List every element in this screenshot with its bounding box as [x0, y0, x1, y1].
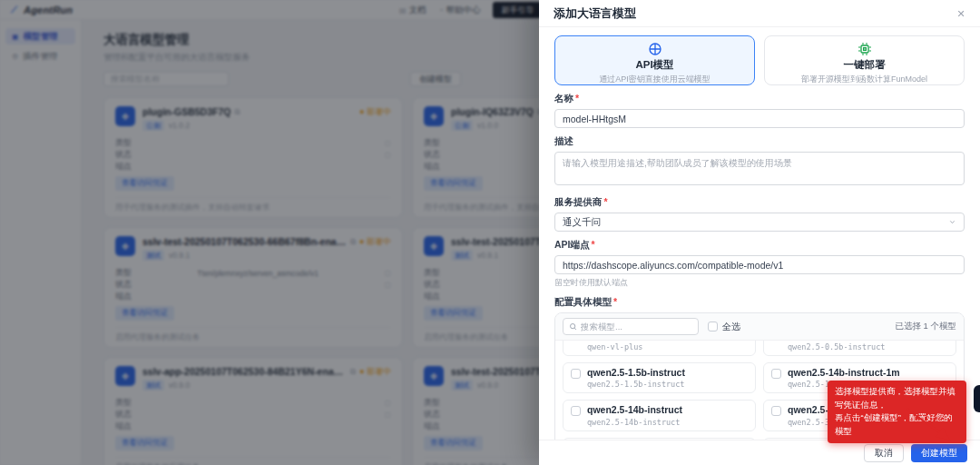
select-all-checkbox[interactable]: [708, 322, 718, 331]
type-card-api[interactable]: API模型 通过API密钥直接使用云端模型: [554, 35, 755, 85]
models-label: 配置具体模型*: [554, 296, 965, 309]
provider-select[interactable]: 通义千问: [554, 213, 965, 232]
name-input[interactable]: [554, 109, 965, 128]
drawer-body: API模型 通过API密钥直接使用云端模型 一键部署 部署开源模型到函数计算Fu…: [539, 27, 980, 440]
model-checkbox[interactable]: [571, 406, 581, 416]
model-name: qwen2.5-1.5b-instruct: [587, 367, 685, 378]
models-toolbar: 全选 已选择 1 个模型: [555, 313, 964, 341]
selected-count: 已选择 1 个模型: [895, 321, 956, 332]
type-card-title: 一键部署: [765, 58, 964, 72]
add-llm-drawer: 添加大语言模型 ✕ API模型 通过API密钥直接使用云端模型 一键部署 部: [539, 0, 980, 465]
model-list-item[interactable]: qwen-vl-plus qwen-vl-plus: [563, 341, 756, 356]
cancel-button[interactable]: 取消: [864, 444, 904, 462]
model-checkbox[interactable]: [571, 369, 581, 379]
drawer-title: 添加大语言模型: [554, 5, 636, 22]
type-card-subtitle: 部署开源模型到函数计算FunModel: [765, 74, 964, 85]
select-all[interactable]: 全选: [708, 321, 740, 333]
drawer-header: 添加大语言模型 ✕: [539, 0, 980, 27]
model-search[interactable]: [563, 318, 699, 335]
drawer-footer: 取消 创建模型: [539, 440, 980, 465]
endpoint-label: API端点*: [554, 239, 965, 252]
type-card-subtitle: 通过API密钥直接使用云端模型: [555, 74, 754, 85]
type-card-deploy[interactable]: 一键部署 部署开源模型到函数计算FunModel: [764, 35, 965, 85]
name-label: 名称*: [554, 93, 965, 105]
model-id: qwen2.5-1.5b-instruct: [587, 380, 685, 389]
model-search-input[interactable]: [581, 322, 681, 331]
required-mark: *: [575, 93, 579, 104]
model-name: qwen2.5-14b-instruct: [587, 404, 682, 415]
model-id: qwen2.5-14b-instruct: [587, 418, 682, 427]
description-label: 描述: [554, 135, 965, 148]
model-checkbox[interactable]: [771, 369, 781, 379]
model-name: qwen2.5-14b-instruct-1m: [788, 367, 900, 378]
type-card-title: API模型: [555, 58, 754, 72]
model-type-cards: API模型 通过API密钥直接使用云端模型 一键部署 部署开源模型到函数计算Fu…: [554, 35, 965, 85]
screen: ⟋ AgentRun ▤文档 ◔帮助中心 新手引导 ▣ 模型管理 ⚙ 插件管理 …: [0, 0, 980, 465]
description-textarea[interactable]: [554, 152, 965, 185]
model-list-item[interactable]: qwen2.5-14b-instruct qwen2.5-14b-instruc…: [563, 400, 756, 431]
endpoint-input[interactable]: [554, 255, 965, 274]
provider-value: 通义千问: [563, 216, 601, 229]
chevron-down-icon: [948, 217, 956, 228]
close-icon[interactable]: ✕: [954, 6, 968, 21]
required-mark: *: [613, 296, 617, 307]
model-id: qwen-vl-plus: [587, 342, 645, 351]
model-list-item[interactable]: qwen2.5-1.5b-instruct qwen2.5-1.5b-instr…: [563, 362, 756, 394]
required-mark: *: [592, 239, 595, 250]
api-globe-icon: [555, 42, 754, 57]
create-model-button[interactable]: 创建模型: [911, 444, 967, 462]
required-mark: *: [604, 196, 608, 207]
endpoint-help-text: 留空时使用默认端点: [554, 277, 965, 289]
search-icon: [569, 322, 577, 331]
feedback-edge-button[interactable]: [974, 385, 980, 412]
model-id: qwen2.5-0.5b-instruct: [788, 342, 886, 351]
provider-label: 服务提供商*: [554, 196, 965, 209]
chip-icon: [765, 42, 964, 57]
guide-tooltip: 选择模型提供商，选择模型并填写凭证信息， 再点击“创建模型”，配置好您的模型: [828, 381, 966, 443]
model-list-item[interactable]: qwen2.5-0.5b-instruct qwen2.5-0.5b-instr…: [763, 341, 956, 356]
model-list-item[interactable]: qwen2.5-3b-instruct qwen2.5-3b-instruct: [563, 438, 756, 440]
model-checkbox[interactable]: [771, 406, 781, 416]
